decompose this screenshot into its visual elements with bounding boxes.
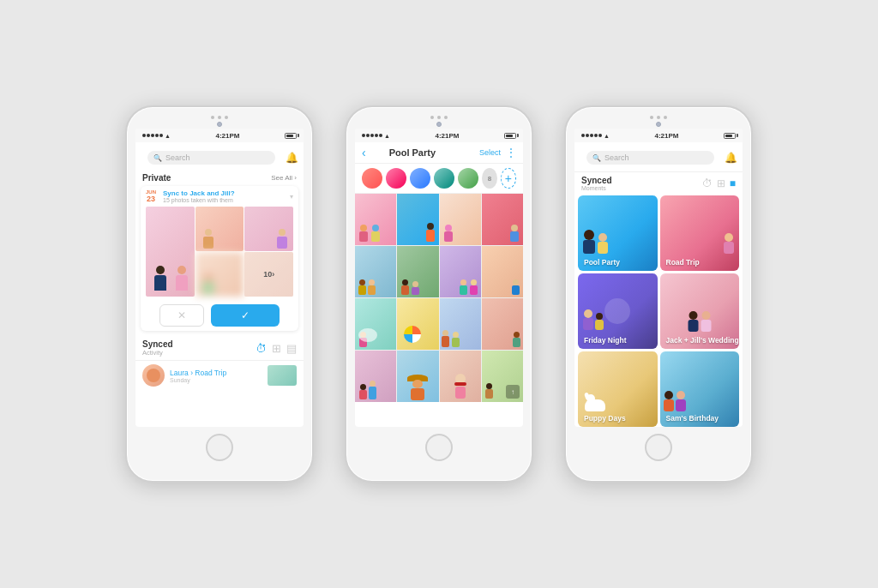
participant-avatar[interactable] [362,168,382,189]
photo-cell[interactable] [355,246,396,297]
camera-dot [656,122,661,127]
home-button[interactable] [645,434,672,461]
home-button[interactable] [425,434,453,461]
activity-avatar [142,364,165,387]
thumbnail-icon[interactable]: ■ [730,177,736,189]
moment-card-wedding[interactable]: Jack + Jill's Wedding [660,273,740,349]
wifi-icon: ▲ [165,133,171,139]
search-placeholder: Search [604,153,708,162]
phone-1: ▲ 4:21PM 🔍 Search 🔔 Private [125,105,314,483]
battery-fill [286,135,293,137]
back-button[interactable]: ‹ [362,146,366,159]
signal-dot [155,134,159,137]
search-bar[interactable]: 🔍 Search [147,151,275,165]
phone3-top [566,107,751,129]
photo-cell[interactable] [440,194,481,245]
status-bar: ▲ 4:21PM [135,129,304,142]
search-placeholder: Search [165,153,269,162]
phone-2: ▲ 4:21PM ‹ Pool Party Select ⋮ [345,105,533,483]
photo-cell[interactable] [440,351,481,402]
photo-grid: 10› [146,207,293,297]
status-bar: ▲ 4:21PM [574,129,743,142]
see-all-link[interactable]: See All › [271,174,297,182]
status-time: 4:21PM [215,132,239,140]
photo-cell[interactable] [440,298,481,350]
speaker-dot [444,116,448,119]
grid-icon[interactable]: ⊞ [272,342,281,355]
battery-icon [504,133,516,139]
album-title: Pool Party [371,147,454,158]
signal-dot [142,134,146,137]
moment-card-friday-night[interactable]: Friday Night [578,273,658,349]
signal-dots [581,134,602,137]
photo-cell[interactable] [355,194,396,245]
participant-avatar[interactable] [386,168,406,189]
share-icon: ↑ [511,388,514,396]
participant-avatar[interactable] [434,168,454,189]
bell-icon[interactable]: 🔔 [286,152,298,164]
notif-subtitle: 15 photos taken with them [163,197,286,203]
photo-cell[interactable] [397,351,438,402]
activity-row[interactable]: Laura › Road Trip Sunday [135,360,304,390]
speaker-dot [211,116,214,119]
chevron-down-icon[interactable]: ▾ [290,193,293,201]
moment-card-sams-birthday[interactable]: Sam's Birthday [660,351,740,427]
status-right [285,133,297,139]
photo-icon[interactable]: ▤ [286,342,297,355]
battery-icon [724,133,736,139]
album-header: ‹ Pool Party Select ⋮ [355,142,523,164]
clock-icon[interactable]: ⏱ [256,342,267,355]
synced-section-header: Synced Activity ⏱ ⊞ ▤ [135,336,304,360]
add-participant-button[interactable]: + [501,168,516,189]
speaker-dots [430,116,448,119]
photo-cell[interactable] [440,246,481,297]
status-left: ▲ [142,133,171,139]
phone1-bottom [127,427,312,466]
moment-card-puppy-days[interactable]: Puppy Days [578,351,658,427]
status-time: 4:21PM [435,132,459,140]
photo-cell[interactable] [355,351,396,402]
speaker-dots [650,116,667,119]
status-left: ▲ [362,133,390,139]
search-bar[interactable]: 🔍 Search [586,151,714,165]
synced-icons: ⏱ ⊞ ▤ [256,342,297,355]
home-button[interactable] [206,434,233,461]
clock-icon[interactable]: ⏱ [702,177,713,189]
moments-grid: Pool Party Road Trip [574,193,743,427]
grid-icon[interactable]: ⊞ [717,177,725,189]
activity-info: Laura › Road Trip Sunday [170,369,268,383]
signal-dot [159,134,163,137]
signal-dot [147,134,150,137]
bell-icon[interactable]: 🔔 [725,152,737,164]
moment-card-road-trip[interactable]: Road Trip [660,195,740,271]
battery-icon [285,133,297,139]
photo-cell[interactable] [482,298,523,350]
photo-cell[interactable] [482,246,523,297]
accept-button[interactable]: ✓ [211,304,280,327]
speaker-dot [430,116,434,119]
participant-avatar[interactable] [458,168,478,189]
photo-cell[interactable] [482,194,523,245]
participant-avatar[interactable] [410,168,430,189]
search-icon: 🔍 [153,154,162,162]
photo-cell [195,207,244,251]
synced-subtitle: Activity [142,349,173,357]
select-button[interactable]: Select [479,148,501,157]
decline-button[interactable]: ✕ [159,304,204,327]
more-participants-badge[interactable]: 8 [482,168,497,189]
photo-cell[interactable] [355,298,396,350]
moment-card-pool-party[interactable]: Pool Party [578,195,658,271]
notif-title: Sync to Jack and Jill? [163,189,286,197]
action-row: ✕ ✓ [146,300,293,331]
speaker-dot [218,116,221,119]
more-button[interactable]: ⋮ [506,147,516,159]
photo-cell[interactable] [397,194,438,245]
speaker-dot [225,116,228,119]
photo-cell[interactable] [397,298,438,350]
phone2-bottom [346,427,532,466]
signal-dots [142,134,163,137]
moment-label: Puppy Days [584,414,626,423]
photo-cell[interactable] [397,246,438,297]
photo-cell[interactable]: ↑ [482,351,523,402]
phone1-top [127,107,312,129]
